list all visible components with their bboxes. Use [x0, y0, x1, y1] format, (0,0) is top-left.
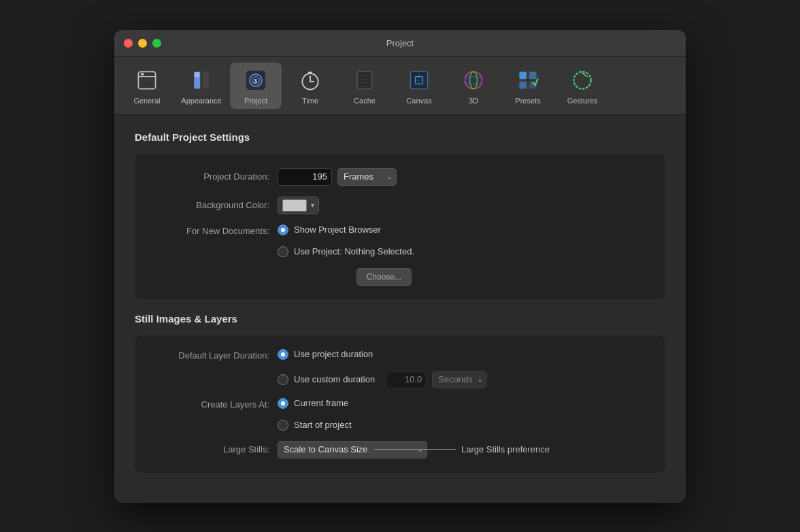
current-frame-label: Current frame [294, 398, 348, 408]
current-frame-radio[interactable] [278, 398, 288, 409]
create-layers-at-row: Create Layers At: Current frame Start of… [155, 398, 645, 431]
minimize-button[interactable] [138, 39, 147, 48]
appearance-icon [188, 67, 215, 94]
presets-icon [514, 67, 541, 94]
title-bar: Project [114, 30, 686, 57]
project-icon: 3 [242, 67, 269, 94]
frames-select[interactable]: Frames Seconds Timecode [337, 168, 397, 186]
start-of-project-radio[interactable] [278, 420, 288, 431]
still-images-card: Default Layer Duration: Use project dura… [135, 335, 665, 473]
3d-label: 3D [469, 97, 478, 105]
svg-point-23 [465, 71, 482, 88]
time-label: Time [302, 97, 318, 105]
svg-point-30 [573, 71, 590, 88]
toolbar-item-3d[interactable]: 3D [448, 63, 499, 109]
time-icon [297, 67, 324, 94]
maximize-button[interactable] [152, 39, 161, 48]
section-title-default-project: Default Project Settings [135, 131, 665, 143]
start-of-project-label: Start of project [294, 420, 352, 430]
project-duration-content: Frames Seconds Timecode [278, 168, 397, 186]
use-custom-duration-option[interactable]: Use custom duration Seconds Frames [278, 371, 487, 388]
toolbar-item-project[interactable]: 3 Project [230, 63, 282, 109]
svg-rect-27 [529, 71, 537, 79]
close-button[interactable] [124, 39, 133, 48]
show-project-browser-label: Show Project Browser [294, 225, 381, 235]
use-custom-duration-label: Use custom duration [294, 374, 375, 384]
background-color-label: Background Color: [155, 200, 278, 210]
toolbar-item-canvas[interactable]: Canvas [393, 63, 445, 109]
seconds-select-wrap: Seconds Frames [432, 371, 487, 388]
general-label: General [133, 97, 160, 105]
project-duration-label: Project Duration: [155, 171, 278, 182]
project-label: Project [244, 97, 267, 105]
toolbar: General Appearance 3 [114, 57, 686, 115]
svg-point-24 [465, 76, 482, 84]
annotation-text: Large Stills preference [461, 444, 550, 454]
svg-rect-5 [195, 72, 199, 77]
window-title: Project [386, 38, 414, 48]
main-window: Project General Appea [114, 30, 686, 503]
toolbar-item-general[interactable]: General [121, 63, 173, 109]
svg-text:3: 3 [253, 76, 257, 84]
use-project-duration-radio[interactable] [278, 349, 288, 360]
project-duration-input[interactable] [278, 168, 332, 186]
use-project-radio[interactable] [278, 246, 288, 257]
canvas-label: Canvas [406, 97, 431, 105]
frames-select-wrap: Frames Seconds Timecode [337, 168, 397, 186]
default-layer-duration-content: Use project duration Use custom duration… [278, 349, 487, 388]
cache-label: Cache [354, 97, 376, 105]
color-swatch [282, 199, 307, 212]
large-stills-content: Scale to Canvas Size Fit to Canvas None … [278, 441, 427, 459]
choose-button-wrapper: Choose... [278, 268, 414, 286]
color-dropdown-arrow-icon: ▾ [311, 201, 314, 209]
cache-icon [351, 67, 378, 94]
background-color-content: ▾ [278, 197, 319, 214]
annotation-line: Large Stills preference [374, 444, 550, 454]
seconds-select[interactable]: Seconds Frames [432, 371, 487, 388]
background-color-row: Background Color: ▾ [155, 196, 645, 215]
svg-rect-2 [141, 73, 144, 76]
for-new-documents-label: For New Documents: [155, 225, 278, 236]
choose-button[interactable]: Choose... [356, 268, 412, 286]
svg-rect-13 [308, 71, 312, 73]
svg-rect-26 [519, 71, 527, 79]
svg-point-25 [470, 71, 478, 88]
create-layers-at-label: Create Layers At: [155, 398, 278, 410]
appearance-label: Appearance [181, 97, 221, 105]
large-stills-row: Large Stills: Scale to Canvas Size Fit t… [155, 440, 645, 459]
custom-duration-input[interactable] [386, 371, 427, 388]
default-project-settings-card: Project Duration: Frames Seconds Timecod… [135, 154, 665, 299]
toolbar-item-time[interactable]: Time [284, 63, 336, 109]
svg-rect-28 [519, 81, 527, 88]
default-layer-duration-label: Default Layer Duration: [155, 349, 278, 361]
canvas-icon [405, 67, 433, 94]
for-new-documents-row: For New Documents: Show Project Browser … [155, 225, 645, 286]
use-project-duration-option[interactable]: Use project duration [278, 349, 373, 360]
large-stills-label: Large Stills: [155, 444, 278, 454]
svg-rect-4 [203, 71, 209, 88]
create-layers-at-content: Current frame Start of project [278, 398, 352, 431]
use-project-duration-label: Use project duration [294, 349, 373, 359]
show-project-browser-radio[interactable] [278, 225, 288, 235]
section-title-still-images: Still Images & Layers [135, 313, 665, 325]
main-content: Default Project Settings Project Duratio… [114, 115, 686, 503]
traffic-lights [124, 39, 161, 48]
use-project-label: Use Project: Nothing Selected. [294, 246, 414, 256]
use-custom-duration-radio[interactable] [278, 374, 288, 385]
toolbar-item-gestures[interactable]: Gestures [556, 63, 608, 109]
start-of-project-option[interactable]: Start of project [278, 420, 352, 431]
toolbar-item-cache[interactable]: Cache [339, 63, 390, 109]
gestures-label: Gestures [567, 97, 598, 105]
current-frame-option[interactable]: Current frame [278, 398, 348, 409]
presets-label: Presets [515, 97, 540, 105]
3d-icon [460, 67, 487, 94]
color-picker-button[interactable]: ▾ [278, 197, 319, 214]
use-project-option[interactable]: Use Project: Nothing Selected. [278, 246, 414, 257]
show-project-browser-option[interactable]: Show Project Browser [278, 225, 381, 235]
toolbar-item-presets[interactable]: Presets [502, 63, 554, 109]
gestures-icon [569, 67, 596, 94]
toolbar-item-appearance[interactable]: Appearance [176, 63, 227, 109]
default-layer-duration-row: Default Layer Duration: Use project dura… [155, 349, 645, 388]
general-icon [133, 67, 161, 94]
for-new-documents-content: Show Project Browser Use Project: Nothin… [278, 225, 414, 286]
